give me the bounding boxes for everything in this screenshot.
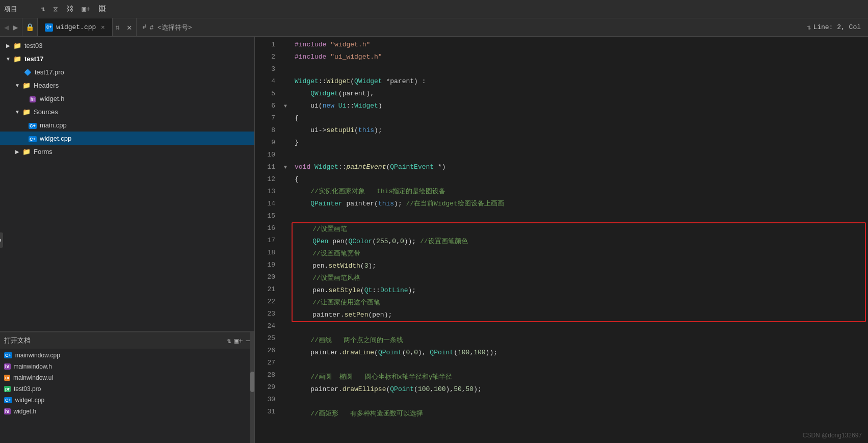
open-file-label: widget.h bbox=[14, 408, 37, 415]
collapse-handle[interactable]: ◀ bbox=[0, 232, 3, 248]
code-line-16: //设置画笔 bbox=[293, 223, 865, 236]
code-line-19: pen.setWidth(3); bbox=[293, 260, 865, 272]
tree-label-forms: Forms bbox=[32, 148, 52, 155]
red-box-region: //设置画笔 QPen pen(QColor(255,0,0)); //设置画笔… bbox=[292, 222, 866, 322]
code-line-12: { bbox=[291, 173, 868, 186]
filter-icon[interactable]: ⧖ bbox=[51, 4, 60, 14]
code-line-25: //画线 两个点之间的一条线 bbox=[291, 334, 868, 347]
open-file-test03-pro[interactable]: pr test03.pro bbox=[0, 383, 254, 395]
fold-column: ▼ ▼ bbox=[280, 37, 291, 443]
code-line-15 bbox=[291, 210, 868, 222]
bottom-close-icon[interactable]: — bbox=[246, 336, 250, 345]
open-file-label: mainwindow.ui bbox=[13, 374, 53, 381]
watermark: CSDN @dong132697 bbox=[803, 432, 862, 439]
open-file-mainwindow-cpp[interactable]: C+ mainwindow.cpp bbox=[0, 350, 254, 361]
tree-item-maincpp[interactable]: C+ main.cpp bbox=[0, 118, 254, 132]
up-down-icon[interactable]: ⇅ bbox=[39, 4, 47, 14]
tree-arrow-forms[interactable]: ▶ bbox=[13, 149, 21, 154]
tree-arrow-sources[interactable]: ▼ bbox=[13, 109, 21, 115]
tree-arrow-test17[interactable]: ▼ bbox=[4, 56, 12, 62]
tree-label-maincpp: main.cpp bbox=[38, 121, 67, 129]
bottom-panel: 打开文档 ⇅ ▣+ — C+ mainwindow.cpp h! mainwin… bbox=[0, 331, 254, 443]
tree-item-test17[interactable]: ▼ 📁 test17 bbox=[0, 52, 254, 65]
headers-folder-icon: 📁 bbox=[21, 82, 32, 89]
tree-item-sources[interactable]: ▼ 📁 Sources bbox=[0, 105, 254, 118]
cpp-file-icon-main: C+ bbox=[28, 121, 38, 129]
tree-label-test17: test17 bbox=[22, 55, 44, 63]
tree-label-headers: Headers bbox=[32, 82, 59, 89]
folder-icon-test03: 📁 bbox=[12, 42, 22, 49]
open-file-widget-h[interactable]: h! widget.h bbox=[0, 406, 254, 417]
tab-panel-close[interactable]: ✕ bbox=[123, 18, 136, 36]
scrollbar-thumb[interactable] bbox=[250, 372, 254, 392]
sources-folder-icon: 📁 bbox=[21, 108, 32, 116]
open-file-widget-cpp[interactable]: C+ widget.cpp bbox=[0, 395, 254, 406]
open-file-mainwindow-h[interactable]: h! mainwindow.h bbox=[0, 361, 254, 372]
link-icon[interactable]: ⛓ bbox=[64, 4, 75, 14]
open-file-label: mainwindow.h bbox=[14, 363, 52, 370]
code-line-28: //画圆 椭圆 圆心坐标和x轴半径和y轴半径 bbox=[291, 371, 868, 383]
code-line-20: //设置画笔风格 bbox=[293, 272, 865, 284]
code-line-2: #include "ui_widget.h" bbox=[291, 51, 868, 63]
line-col-text: Line: 2, Col bbox=[813, 23, 861, 31]
open-file-mainwindow-ui[interactable]: ui mainwindow.ui bbox=[0, 372, 254, 383]
pro-icon: 🔷 bbox=[22, 68, 33, 76]
tab-scroll-arrows[interactable]: ⇅ bbox=[113, 18, 123, 36]
file-tab-widget-cpp[interactable]: C+ widget.cpp ✕ bbox=[38, 18, 112, 36]
line-info: ⇅ Line: 2, Col bbox=[800, 18, 868, 36]
bottom-sort-icon[interactable]: ⇅ bbox=[227, 336, 231, 345]
nav-arrows: ◀ ▶ bbox=[0, 18, 22, 36]
code-line-6: ui(new Ui::Widget) bbox=[291, 100, 868, 112]
back-arrow[interactable]: ◀ bbox=[3, 22, 10, 33]
breadcrumb: # # <选择符号> bbox=[136, 18, 198, 36]
open-files-list: C+ mainwindow.cpp h! mainwindow.h ui mai… bbox=[0, 349, 254, 443]
line-nav-arrows[interactable]: ⇅ bbox=[807, 23, 811, 32]
add-file-icon[interactable]: ▣+ bbox=[80, 4, 92, 14]
code-line-26: painter.drawLine(QPoint(0,0), QPoint(100… bbox=[291, 347, 868, 359]
code-line-14: QPainter painter(this); //在当前Widget绘图设备上… bbox=[291, 198, 868, 210]
tree-label-sources: Sources bbox=[32, 108, 58, 116]
tree-label-widgeth: widget.h bbox=[38, 95, 64, 102]
breadcrumb-symbol[interactable]: # <选择符号> bbox=[149, 23, 192, 32]
bottom-add-icon[interactable]: ▣+ bbox=[234, 336, 243, 345]
sidebar: ▶ 📁 test03 ▼ 📁 test17 🔷 test17.pro bbox=[0, 37, 255, 443]
code-line-29: painter.drawEllipse(QPoint(100,100),50,5… bbox=[291, 383, 868, 396]
code-lines[interactable]: #include "widget.h" #include "ui_widget.… bbox=[291, 37, 868, 443]
tree-arrow-headers[interactable]: ▼ bbox=[13, 83, 21, 88]
code-line-27 bbox=[291, 359, 868, 371]
bottom-toolbar-icons: ⇅ ▣+ — bbox=[227, 336, 250, 345]
forward-arrow[interactable]: ▶ bbox=[12, 22, 19, 33]
sidebar-scrollbar[interactable] bbox=[250, 331, 254, 443]
code-line-8: ui->setupUi(this); bbox=[291, 124, 868, 137]
code-line-13: //实例化画家对象 this指定的是绘图设备 bbox=[291, 186, 868, 198]
fold-arrow-6[interactable]: ▼ bbox=[280, 100, 291, 112]
open-file-label: mainwindow.cpp bbox=[15, 352, 60, 359]
tree-item-widgeth[interactable]: h! widget.h bbox=[0, 92, 254, 105]
image-icon[interactable]: 🖼 bbox=[96, 4, 108, 14]
tree-item-widgetcpp[interactable]: C+ widget.cpp bbox=[0, 132, 254, 145]
tree-item-test17pro[interactable]: 🔷 test17.pro bbox=[0, 65, 254, 79]
tree-item-headers[interactable]: ▼ 📁 Headers bbox=[0, 79, 254, 92]
forms-folder-icon: 📁 bbox=[21, 148, 32, 155]
code-line-3 bbox=[291, 63, 868, 75]
tree-arrow-test03[interactable]: ▶ bbox=[4, 43, 12, 48]
h-file-icon: h! bbox=[28, 95, 38, 102]
code-line-11: void Widget::paintEvent(QPaintEvent *) bbox=[291, 161, 868, 173]
tree-item-test03[interactable]: ▶ 📁 test03 bbox=[0, 39, 254, 52]
code-line-30 bbox=[291, 396, 868, 408]
top-toolbar: 项目 ⇅ ⧖ ⛓ ▣+ 🖼 bbox=[0, 0, 868, 18]
code-content: 1 2 3 4 5 6 7 8 9 10 11 12 13 14 15 16 1… bbox=[255, 37, 868, 443]
code-line-4: Widget::Widget(QWidget *parent) : bbox=[291, 75, 868, 88]
tree-item-forms[interactable]: ▶ 📁 Forms bbox=[0, 145, 254, 158]
fold-arrow-11[interactable]: ▼ bbox=[280, 161, 291, 173]
tab-close-button[interactable]: ✕ bbox=[101, 23, 104, 31]
code-line-10 bbox=[291, 149, 868, 161]
lock-icon[interactable]: 🔒 bbox=[22, 18, 38, 36]
file-tab-bar: ◀ ▶ 🔒 C+ widget.cpp ✕ ⇅ ✕ # # <选择符号> ⇅ L… bbox=[0, 18, 868, 37]
line-numbers: 1 2 3 4 5 6 7 8 9 10 11 12 13 14 15 16 1… bbox=[255, 37, 280, 443]
code-line-7: { bbox=[291, 112, 868, 124]
main-area: ▶ 📁 test03 ▼ 📁 test17 🔷 test17.pro bbox=[0, 37, 868, 443]
code-line-18: //设置画笔宽带 bbox=[293, 248, 865, 260]
folder-icon-test17: 📁 bbox=[12, 55, 22, 63]
code-line-22: //让画家使用这个画笔 bbox=[293, 297, 865, 309]
